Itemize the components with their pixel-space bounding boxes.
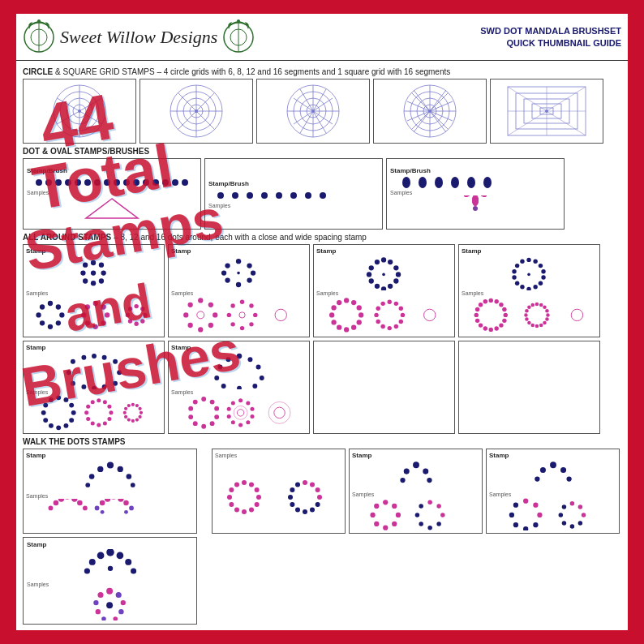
svg-point-166 xyxy=(393,278,398,283)
svg-point-280 xyxy=(86,417,90,421)
svg-point-347 xyxy=(118,499,123,502)
around-stamp-1: Stamp Samples xyxy=(23,244,165,337)
around-stamp-4: Stamp Sam xyxy=(458,244,600,337)
svg-point-348 xyxy=(123,500,129,505)
svg-point-237 xyxy=(543,321,546,324)
svg-point-68 xyxy=(104,179,110,186)
svg-point-131 xyxy=(128,320,132,324)
svg-point-143 xyxy=(198,298,203,303)
svg-point-396 xyxy=(415,513,419,517)
content: CIRCLE & SQUARE GRID STAMPS – 4 circle g… xyxy=(16,61,628,631)
svg-point-138 xyxy=(236,282,241,287)
svg-point-219 xyxy=(504,313,508,317)
svg-point-129 xyxy=(140,320,144,324)
svg-point-107 xyxy=(99,263,104,268)
svg-point-174 xyxy=(382,273,385,277)
svg-point-434 xyxy=(93,600,98,605)
svg-point-270 xyxy=(43,403,48,408)
svg-point-130 xyxy=(134,322,138,326)
svg-point-67 xyxy=(94,179,101,186)
svg-point-356 xyxy=(256,495,261,500)
svg-point-113 xyxy=(56,320,61,325)
dot-oval-row: Stamp/Brush xyxy=(23,158,621,230)
svg-point-139 xyxy=(225,277,230,282)
svg-point-277 xyxy=(103,422,107,426)
svg-point-208 xyxy=(520,285,524,289)
svg-point-127 xyxy=(140,307,144,311)
svg-point-149 xyxy=(183,312,188,317)
svg-point-91 xyxy=(483,177,492,188)
svg-point-265 xyxy=(63,423,68,428)
svg-point-272 xyxy=(97,398,101,402)
svg-point-388 xyxy=(370,513,375,517)
walk-stamp-2: Samples xyxy=(212,449,346,534)
svg-point-289 xyxy=(135,419,139,422)
svg-point-310 xyxy=(210,421,215,426)
svg-point-406 xyxy=(533,522,538,527)
svg-point-78 xyxy=(217,192,224,199)
svg-point-316 xyxy=(238,398,243,402)
svg-point-397 xyxy=(419,504,423,508)
svg-point-336 xyxy=(130,483,135,487)
svg-point-205 xyxy=(539,281,543,286)
svg-point-185 xyxy=(331,305,336,310)
spacer1 xyxy=(200,449,208,534)
svg-point-378 xyxy=(423,469,428,474)
svg-point-115 xyxy=(40,320,45,325)
svg-point-230 xyxy=(483,299,487,303)
header-title: Sweet Willow Designs xyxy=(60,27,217,48)
svg-point-320 xyxy=(246,421,250,425)
svg-point-169 xyxy=(375,284,380,289)
svg-point-261 xyxy=(63,397,68,402)
svg-point-136 xyxy=(251,270,255,275)
svg-point-286 xyxy=(139,407,142,410)
svg-point-184 xyxy=(329,312,334,317)
svg-point-165 xyxy=(396,272,401,277)
svg-point-355 xyxy=(255,487,260,492)
svg-point-247 xyxy=(571,309,582,320)
svg-point-108 xyxy=(83,278,88,283)
svg-point-195 xyxy=(376,320,380,324)
svg-point-258 xyxy=(70,381,75,386)
svg-point-389 xyxy=(374,504,379,509)
all-around-row1: Stamp Samples xyxy=(23,244,621,337)
svg-point-203 xyxy=(541,269,545,273)
svg-point-105 xyxy=(101,270,106,275)
svg-point-196 xyxy=(374,313,378,317)
svg-point-217 xyxy=(499,303,503,307)
svg-point-83 xyxy=(290,192,297,199)
svg-point-308 xyxy=(214,406,219,411)
svg-point-384 xyxy=(396,513,401,517)
svg-point-284 xyxy=(131,403,135,406)
svg-point-341 xyxy=(77,500,83,505)
svg-point-297 xyxy=(247,357,252,362)
svg-point-385 xyxy=(392,522,397,526)
svg-point-408 xyxy=(513,522,518,527)
svg-point-245 xyxy=(527,306,530,309)
svg-point-387 xyxy=(374,522,379,526)
svg-point-177 xyxy=(357,305,362,310)
svg-point-141 xyxy=(225,263,230,268)
svg-point-273 xyxy=(103,400,107,404)
svg-point-224 xyxy=(483,327,487,331)
svg-point-101 xyxy=(91,270,96,275)
square-16-stamp xyxy=(490,79,603,144)
header-logo: Sweet Willow Designs xyxy=(23,17,255,58)
svg-point-256 xyxy=(92,386,97,390)
svg-point-238 xyxy=(539,324,543,327)
svg-point-253 xyxy=(117,370,122,375)
svg-point-390 xyxy=(427,500,431,504)
svg-point-221 xyxy=(499,324,503,328)
svg-point-183 xyxy=(331,320,336,324)
svg-point-216 xyxy=(494,299,498,303)
svg-point-90 xyxy=(467,177,475,188)
svg-point-263 xyxy=(71,410,76,415)
svg-point-351 xyxy=(129,505,134,510)
svg-point-119 xyxy=(101,305,105,310)
svg-point-180 xyxy=(351,325,356,330)
svg-point-255 xyxy=(101,384,106,389)
svg-point-209 xyxy=(515,281,519,286)
svg-point-325 xyxy=(231,401,235,406)
svg-point-374 xyxy=(288,495,293,500)
svg-point-63 xyxy=(55,179,62,186)
